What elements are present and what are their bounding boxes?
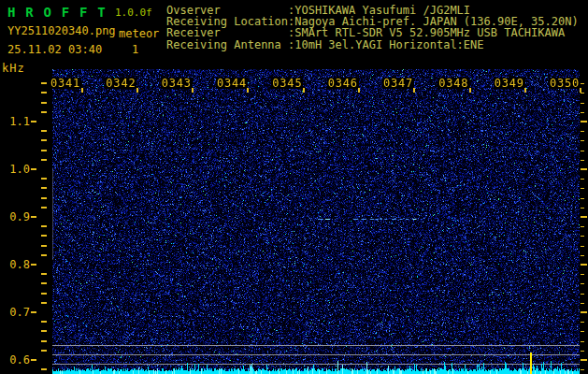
time-tick — [469, 88, 471, 93]
freq-minor-tick — [41, 321, 47, 323]
freq-tick-label: 0.8 — [5, 259, 30, 270]
freq-minor-tick — [41, 293, 47, 295]
freq-major-tick-right — [581, 264, 587, 266]
freq-minor-tick — [41, 139, 47, 141]
antenna-value: :10mH 3el.YAGI Horizontal:ENE — [288, 39, 484, 50]
freq-major-tick — [31, 311, 36, 313]
freq-minor-tick — [41, 235, 47, 237]
freq-minor-tick-right — [581, 331, 584, 332]
freq-minor-tick-right — [581, 351, 584, 352]
time-tick-label: 0343 — [161, 78, 193, 89]
time-tick — [81, 88, 83, 93]
receiver-value: :SMArt RTL-SDR V5 52.905MHz USB TACHIKAW… — [288, 27, 565, 38]
freq-major-tick-right — [581, 359, 587, 361]
freq-minor-tick-right — [581, 341, 584, 342]
time-tick-label: 0345 — [271, 78, 303, 89]
freq-minor-tick — [41, 159, 47, 161]
info-row-receiver: Receiver:SMArt RTL-SDR V5 52.905MHz USB … — [166, 27, 579, 38]
freq-minor-tick-right — [581, 83, 584, 84]
freq-minor-tick-right — [581, 198, 584, 199]
freq-minor-tick-right — [581, 236, 584, 237]
freq-minor-tick-right — [581, 179, 584, 180]
freq-minor-tick-right — [581, 283, 584, 284]
time-tick-label: 0350 — [549, 78, 581, 89]
app-title: H R O F F T — [7, 6, 107, 19]
freq-minor-tick — [41, 197, 47, 199]
freq-minor-tick — [41, 350, 47, 352]
freq-minor-tick — [41, 302, 47, 304]
freq-minor-tick-right — [581, 294, 584, 295]
freq-tick-label: 0.7 — [5, 307, 30, 318]
freq-major-tick — [31, 168, 36, 170]
freq-major-tick-right — [581, 311, 587, 313]
time-tick — [136, 88, 138, 93]
freq-minor-tick — [41, 82, 47, 84]
mode-label: meteor — [119, 28, 159, 39]
freq-minor-tick — [41, 207, 47, 209]
freq-minor-tick-right — [581, 303, 584, 304]
info-row-antenna: Receiving Antenna:10mH 3el.YAGI Horizont… — [166, 39, 579, 50]
freq-minor-tick — [41, 102, 47, 104]
time-tick-label: 0348 — [437, 78, 469, 89]
freq-major-tick — [31, 359, 36, 361]
time-tick — [358, 88, 360, 93]
freq-minor-tick — [41, 273, 47, 275]
app-version: 1.0.0f — [115, 7, 152, 18]
time-tick-label: 0342 — [105, 78, 136, 89]
freq-minor-tick-right — [581, 188, 584, 189]
time-tick — [303, 88, 305, 93]
freq-minor-tick — [41, 92, 47, 94]
freq-tick-label: 0.6 — [5, 354, 30, 366]
freq-minor-tick — [41, 245, 47, 247]
freq-minor-tick-right — [581, 160, 584, 161]
freq-minor-tick — [41, 111, 47, 113]
freq-axis-unit-label: kHz — [2, 63, 25, 74]
freq-minor-tick — [41, 178, 47, 180]
time-tick — [192, 88, 194, 93]
station-info: Ovserver:YOSHIKAWA Yasufumi /JG2MLI Rece… — [166, 5, 579, 50]
time-tick — [413, 88, 415, 93]
freq-minor-tick — [41, 130, 47, 132]
freq-minor-tick — [41, 368, 47, 370]
freq-minor-tick-right — [581, 208, 584, 209]
time-tick-label: 0341 — [50, 78, 81, 89]
freq-major-tick-right — [581, 121, 587, 122]
freq-minor-tick-right — [581, 151, 584, 151]
time-tick-label: 0347 — [382, 78, 414, 89]
freq-minor-tick-right — [581, 226, 584, 227]
freq-minor-tick-right — [581, 274, 584, 275]
freq-minor-tick-right — [581, 112, 584, 113]
spectrogram-canvas — [52, 69, 580, 374]
freq-minor-tick-right — [581, 255, 584, 256]
freq-tick-label: 0.9 — [5, 211, 30, 223]
freq-minor-tick — [41, 150, 47, 151]
freq-minor-tick-right — [581, 93, 584, 94]
freq-minor-tick — [41, 187, 47, 189]
echo-count: 1 — [132, 44, 138, 55]
freq-minor-tick-right — [581, 369, 584, 370]
freq-minor-tick — [41, 330, 47, 332]
start-datetime: 25.11.02 03:40 — [7, 44, 102, 55]
freq-minor-tick-right — [581, 131, 584, 132]
time-tick — [580, 88, 581, 93]
freq-major-tick — [31, 216, 36, 218]
time-tick-label: 0344 — [216, 78, 248, 89]
freq-major-tick — [31, 121, 36, 122]
freq-minor-tick-right — [581, 140, 584, 141]
time-tick-label: 0346 — [327, 78, 359, 89]
time-tick — [247, 88, 249, 93]
time-tick-label: 0349 — [494, 78, 525, 89]
freq-major-tick — [31, 264, 36, 266]
hrofft-screen: H R O F F T 1.0.0f YY2511020340.png mete… — [0, 0, 588, 374]
antenna-label: Receiving Antenna — [166, 39, 288, 50]
freq-tick-label: 1.1 — [5, 116, 30, 127]
freq-major-tick-right — [581, 216, 587, 218]
freq-minor-tick — [41, 225, 47, 227]
freq-minor-tick-right — [581, 103, 584, 104]
time-tick — [524, 88, 526, 93]
receiver-label: Receiver — [166, 27, 288, 38]
freq-major-tick-right — [581, 168, 587, 170]
freq-minor-tick-right — [581, 246, 584, 247]
freq-minor-tick-right — [581, 322, 584, 323]
freq-minor-tick — [41, 282, 47, 284]
